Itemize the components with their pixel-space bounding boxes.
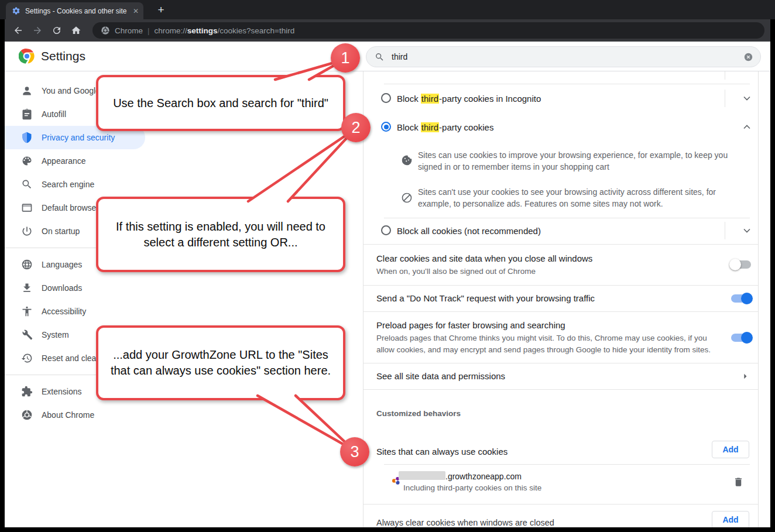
person-icon [21,85,33,97]
settings-header: Settings [5,42,770,71]
history-icon [21,352,33,364]
settings-search-box[interactable] [366,46,761,67]
accessibility-icon [21,306,33,317]
divider [384,218,750,218]
search-highlight: third [421,94,439,104]
page-title: Settings [41,49,85,63]
sidebar: You and Google Autofill Privacy and secu… [5,71,150,527]
redacted-subdomain [399,471,445,480]
divider [384,84,750,84]
section-heading: Customized behaviors [376,409,461,418]
row-title: Send a "Do Not Track" request with your … [376,293,595,303]
search-highlight: third [421,122,439,132]
chrome-badge-icon [101,26,110,35]
cookie-icon [401,154,413,166]
row-title: Clear cookies and site data when you clo… [376,253,592,263]
puzzle-icon [21,386,33,397]
callout-box-2: If this setting is enabled, you will nee… [96,197,345,272]
toggle-switch[interactable] [731,294,751,303]
row-subtitle: When on, you'll also be signed out of Ch… [376,266,536,277]
row-title: Preload pages for faster browsing and se… [376,320,565,330]
radio-icon[interactable] [381,93,391,103]
sidebar-item-downloads[interactable]: Downloads [5,276,150,300]
callout-box-3: ...add your GrowthZone URL to the "Sites… [96,325,345,400]
back-icon[interactable] [13,25,23,36]
site-domain: .growthzoneapp.com [445,471,522,482]
browser-toolbar: Chrome | chrome://settings/cookies?searc… [5,19,770,42]
tab-title: Settings - Cookies and other site [25,7,129,15]
omnibox-url: chrome://settings/cookies?search=third [154,26,294,35]
clipboard-icon [21,108,33,120]
forward-icon[interactable] [32,25,43,36]
chrome-icon [21,409,33,421]
row-separator [725,71,725,80]
divider [364,363,758,363]
search-input[interactable] [392,52,743,61]
chrome-logo-icon [19,48,35,64]
chevron-down-icon[interactable] [741,225,753,236]
toggle-switch[interactable] [731,260,751,269]
trash-icon[interactable] [733,476,744,488]
shield-icon [21,132,33,143]
omnibox-separator: | [148,26,149,35]
blocked-icon [401,192,413,204]
row-separator [725,222,725,239]
add-allowed-site-button[interactable]: Add [712,441,749,458]
search-icon [375,52,385,62]
wrench-icon [21,329,33,341]
browser-tab[interactable]: Settings - Cookies and other site ✕ [6,2,143,19]
detail-text: Sites can't use your cookies to see your… [418,186,746,210]
callout-badge-2: 2 [341,113,371,142]
radio-row-label: Block all cookies (not recommended) [397,226,541,236]
arrow-right-icon [739,370,751,382]
divider [364,311,758,312]
row-separator [725,90,725,107]
detail-text: Sites can use cookies to improve your br… [418,149,746,173]
browser-window-icon [21,202,33,214]
chevron-up-icon[interactable] [741,121,753,133]
tab-strip: Settings - Cookies and other site ✕ + [0,0,775,19]
sidebar-item-search-engine[interactable]: Search engine [5,173,150,196]
omnibox-site-label: Chrome [115,26,143,35]
radio-icon[interactable] [381,122,391,132]
reload-icon[interactable] [52,25,62,36]
divider [364,285,758,286]
add-clear-site-button[interactable]: Add [712,511,749,527]
divider [364,244,758,245]
sidebar-item-appearance[interactable]: Appearance [5,149,150,173]
browser-window: Settings - Cookies and other site ✕ + Ch… [0,0,775,532]
toggle-switch[interactable] [731,334,751,342]
callout-badge-1: 1 [331,43,360,73]
divider [384,464,750,465]
download-icon [21,282,33,294]
chevron-down-icon[interactable] [741,92,753,104]
divider [364,504,758,504]
address-bar[interactable]: Chrome | chrome://settings/cookies?searc… [92,22,764,39]
settings-gear-icon [12,6,20,15]
divider [364,389,758,390]
home-icon[interactable] [71,25,81,36]
row-subtitle: Preloads pages that Chrome thinks you mi… [376,332,716,356]
site-note: Including third-party cookies on this si… [403,482,541,494]
cookies-settings-panel: Block third-party cookies in Incognito B… [363,71,759,527]
clear-search-icon[interactable] [743,52,753,62]
tab-close-icon[interactable]: ✕ [133,7,139,15]
power-icon [21,225,33,237]
globe-icon [21,259,33,270]
sidebar-item-accessibility[interactable]: Accessibility [5,300,150,323]
radio-icon[interactable] [381,225,391,235]
new-tab-button[interactable]: + [153,3,169,18]
sidebar-item-about-chrome[interactable]: About Chrome [5,403,150,427]
palette-icon [21,155,33,167]
search-icon [21,179,33,190]
callout-box-1: Use the Search box and search for "third… [96,75,345,131]
callout-badge-3: 3 [340,437,369,466]
